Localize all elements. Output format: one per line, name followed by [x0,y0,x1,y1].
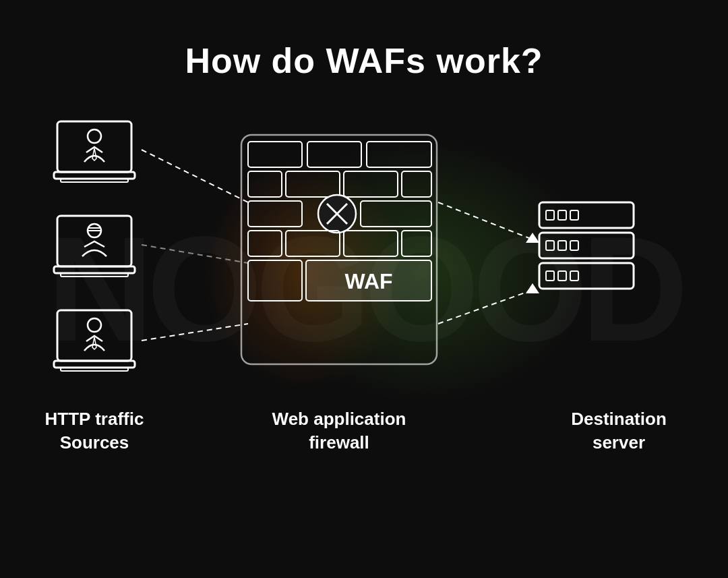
svg-line-16 [142,324,248,341]
svg-rect-30 [248,231,282,256]
waf-label: WAF [344,269,392,293]
sources-label-line2: Sources [60,432,129,453]
svg-rect-33 [402,231,431,256]
svg-rect-45 [546,241,554,250]
svg-rect-43 [570,210,578,220]
svg-rect-41 [546,210,554,220]
page-container: How do WAFs work? [0,0,728,578]
svg-line-14 [142,150,248,202]
svg-rect-9 [61,273,128,277]
svg-rect-34 [248,260,302,301]
svg-rect-13 [61,368,128,371]
svg-rect-31 [286,231,340,256]
svg-rect-19 [307,142,361,167]
firewall-label-line2: firewall [309,432,369,453]
svg-rect-47 [570,241,578,250]
laptop-top [54,121,135,182]
svg-line-15 [142,245,248,263]
svg-rect-51 [570,271,578,281]
svg-rect-22 [286,171,340,197]
server-icon [539,202,634,289]
laptop-bottom [54,310,135,371]
svg-marker-39 [526,283,539,293]
svg-point-11 [88,318,101,332]
svg-line-36 [438,202,533,239]
svg-rect-46 [558,241,566,250]
server-label-line1: Destination [571,409,667,429]
svg-point-1 [88,129,101,143]
svg-rect-8 [54,266,135,273]
svg-rect-12 [54,361,135,368]
svg-rect-2 [54,172,135,179]
svg-rect-18 [248,142,302,167]
page-title: How do WAFs work? [0,40,728,81]
svg-line-38 [438,290,533,324]
svg-rect-21 [248,171,282,197]
firewall-label-line1: Web application [272,409,406,429]
diagram-svg: WAF HTTP traffic Source [0,81,728,567]
svg-rect-32 [344,231,398,256]
svg-rect-49 [546,271,554,281]
server-label-line2: server [593,432,645,453]
svg-rect-23 [344,171,398,197]
sources-label-line1: HTTP traffic [45,409,144,429]
svg-rect-25 [248,201,302,227]
svg-rect-42 [558,210,566,220]
laptop-middle [54,216,135,277]
svg-rect-50 [558,271,566,281]
svg-rect-3 [61,179,128,182]
svg-rect-24 [402,171,431,197]
svg-rect-20 [367,142,431,167]
svg-rect-29 [361,201,431,227]
